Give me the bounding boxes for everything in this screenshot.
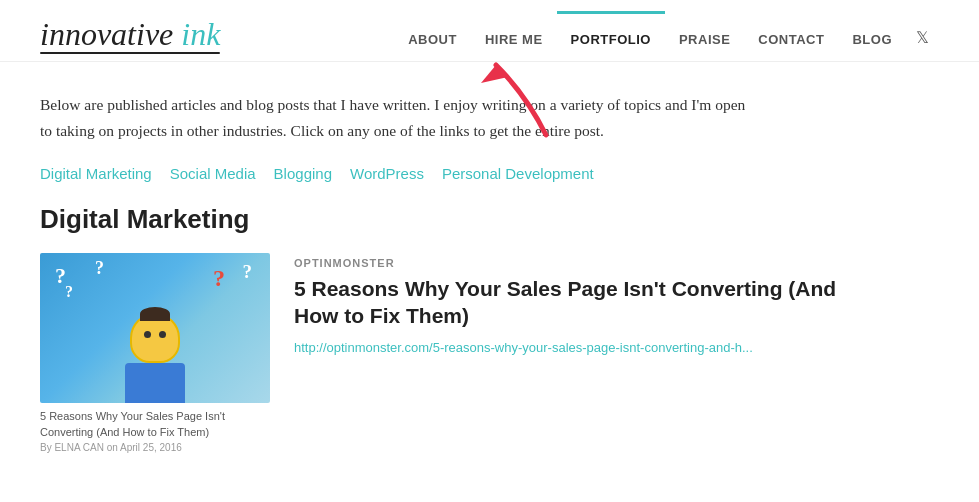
main-nav: ABOUTHIRE MEPORTFOLIOPRAISECONTACTBLOG 𝕏 (394, 10, 939, 61)
main-content: Below are published articles and blog po… (0, 62, 900, 473)
nav-item-blog[interactable]: BLOG (838, 14, 906, 61)
thumb-caption: 5 Reasons Why Your Sales Page Isn't Conv… (40, 409, 270, 440)
intro-paragraph: Below are published articles and blog po… (40, 92, 760, 143)
twitter-icon[interactable]: 𝕏 (906, 10, 939, 61)
article-url[interactable]: http://optinmonster.com/5-reasons-why-yo… (294, 340, 860, 355)
article-info: OPTINMONSTER 5 Reasons Why Your Sales Pa… (294, 253, 860, 355)
thumb-by: By ELNA CAN on April 25, 2016 (40, 442, 270, 453)
char-eye-right (159, 331, 166, 338)
cartoon-scene: ? ? ? ? ? (40, 253, 270, 403)
logo-text-innovative: innovative (40, 16, 173, 52)
category-links: Digital Marketing Social Media Blogging … (40, 165, 860, 182)
qmark-4: ? (65, 283, 73, 301)
logo-text-ink: ink (173, 16, 220, 52)
nav-item-contact[interactable]: CONTACT (744, 14, 838, 61)
nav-item-hire-me[interactable]: HIRE ME (471, 14, 557, 61)
category-blogging[interactable]: Blogging (274, 165, 332, 182)
article-source: OPTINMONSTER (294, 257, 860, 269)
nav-item-portfolio[interactable]: PORTFOLIO (557, 11, 665, 61)
logo[interactable]: innovative ink (40, 18, 220, 54)
article-title[interactable]: 5 Reasons Why Your Sales Page Isn't Conv… (294, 275, 860, 330)
char-body (125, 363, 185, 403)
section-heading: Digital Marketing (40, 204, 860, 235)
qmark-2: ? (95, 258, 104, 279)
nav-item-praise[interactable]: PRAISE (665, 14, 744, 61)
nav-item-about[interactable]: ABOUT (394, 14, 471, 61)
category-personal-development[interactable]: Personal Development (442, 165, 594, 182)
category-digital-marketing[interactable]: Digital Marketing (40, 165, 152, 182)
char-eyes (140, 331, 170, 338)
category-social-media[interactable]: Social Media (170, 165, 256, 182)
char-hair (140, 307, 170, 321)
logo-underline (40, 52, 220, 54)
article-thumbnail-container: ? ? ? ? ? (40, 253, 270, 453)
cartoon-character (125, 313, 185, 403)
category-wordpress[interactable]: WordPress (350, 165, 424, 182)
article-thumbnail[interactable]: ? ? ? ? ? (40, 253, 270, 403)
article-row: ? ? ? ? ? (40, 253, 860, 453)
char-eye-left (144, 331, 151, 338)
char-head (130, 313, 180, 363)
qmark-red: ? (213, 265, 225, 292)
qmark-3: ? (243, 261, 253, 283)
header: innovative ink ABOUTHIRE MEPORTFOLIOPRAI… (0, 0, 979, 62)
